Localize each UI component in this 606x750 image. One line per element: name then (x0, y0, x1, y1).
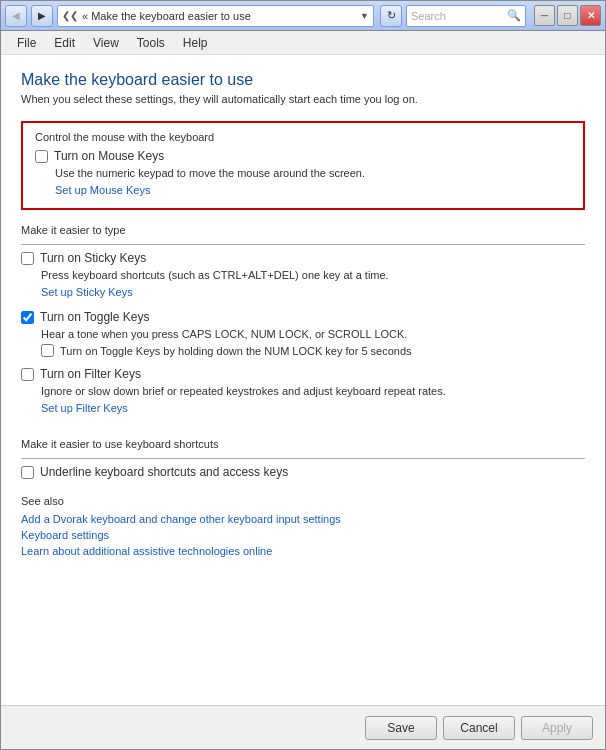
filter-keys-label: Turn on Filter Keys (40, 367, 141, 381)
back-button[interactable]: ◀ (5, 5, 27, 27)
title-bar: ◀ ▶ ❮❮ « Make the keyboard easier to use… (1, 1, 605, 31)
mouse-keys-description: Use the numeric keypad to move the mouse… (55, 167, 571, 179)
typing-section-divider (21, 244, 585, 245)
toggle-keys-description: Hear a tone when you press CAPS LOCK, NU… (41, 328, 585, 340)
mouse-keys-label: Turn on Mouse Keys (54, 149, 164, 163)
shortcuts-checkbox[interactable] (21, 466, 34, 479)
page-subtitle: When you select these settings, they wil… (21, 93, 585, 105)
shortcuts-label: Underline keyboard shortcuts and access … (40, 465, 288, 479)
toggle-keys-label: Turn on Toggle Keys (40, 310, 149, 324)
filter-keys-checkbox[interactable] (21, 368, 34, 381)
sticky-keys-checkbox[interactable] (21, 252, 34, 265)
menu-help[interactable]: Help (175, 33, 216, 53)
mouse-keys-checkbox-row: Turn on Mouse Keys (35, 149, 571, 163)
mouse-keys-box: Control the mouse with the keyboard Turn… (21, 121, 585, 210)
content-area: Make the keyboard easier to use When you… (1, 55, 605, 705)
shortcuts-checkbox-row: Underline keyboard shortcuts and access … (21, 465, 585, 479)
menu-bar: File Edit View Tools Help (1, 31, 605, 55)
sticky-keys-checkbox-row: Turn on Sticky Keys (21, 251, 585, 265)
address-bar: ❮❮ « Make the keyboard easier to use ▼ (57, 5, 374, 27)
toggle-keys-sub-checkbox[interactable] (41, 344, 54, 357)
refresh-button[interactable]: ↻ (380, 5, 402, 27)
mouse-keys-checkbox[interactable] (35, 150, 48, 163)
filter-keys-checkbox-row: Turn on Filter Keys (21, 367, 585, 381)
main-window: ◀ ▶ ❮❮ « Make the keyboard easier to use… (0, 0, 606, 750)
see-also-link-dvorak[interactable]: Add a Dvorak keyboard and change other k… (21, 513, 585, 525)
see-also-title: See also (21, 495, 585, 507)
minimize-button[interactable]: ─ (534, 5, 555, 26)
toggle-keys-sub-label: Turn on Toggle Keys by holding down the … (60, 345, 412, 357)
search-bar: Search 🔍 (406, 5, 526, 27)
search-placeholder: Search (411, 10, 503, 22)
sticky-keys-description: Press keyboard shortcuts (such as CTRL+A… (41, 269, 585, 281)
setup-filter-keys-link[interactable]: Set up Filter Keys (41, 402, 128, 414)
footer: Save Cancel Apply (1, 705, 605, 749)
title-bar-controls: ─ □ ✕ (534, 5, 601, 26)
filter-keys-group: Turn on Filter Keys Ignore or slow down … (21, 367, 585, 416)
title-bar-left: ◀ ▶ ❮❮ « Make the keyboard easier to use… (5, 5, 526, 27)
address-bar-icon: ❮❮ (62, 10, 78, 21)
menu-edit[interactable]: Edit (46, 33, 83, 53)
toggle-keys-checkbox[interactable] (21, 311, 34, 324)
apply-button[interactable]: Apply (521, 716, 593, 740)
toggle-keys-sub-row: Turn on Toggle Keys by holding down the … (41, 344, 585, 357)
save-button[interactable]: Save (365, 716, 437, 740)
sticky-keys-group: Turn on Sticky Keys Press keyboard short… (21, 251, 585, 300)
see-also-section: See also Add a Dvorak keyboard and chang… (21, 495, 585, 561)
see-also-link-keyboard[interactable]: Keyboard settings (21, 529, 585, 541)
close-button[interactable]: ✕ (580, 5, 601, 26)
shortcuts-section-divider (21, 458, 585, 459)
filter-keys-description: Ignore or slow down brief or repeated ke… (41, 385, 585, 397)
search-icon[interactable]: 🔍 (507, 9, 521, 22)
forward-button[interactable]: ▶ (31, 5, 53, 27)
see-also-link-assistive[interactable]: Learn about additional assistive technol… (21, 545, 585, 557)
shortcuts-section: Make it easier to use keyboard shortcuts… (21, 438, 585, 483)
maximize-button[interactable]: □ (557, 5, 578, 26)
shortcuts-section-title: Make it easier to use keyboard shortcuts (21, 438, 585, 450)
toggle-keys-checkbox-row: Turn on Toggle Keys (21, 310, 585, 324)
address-dropdown-icon[interactable]: ▼ (360, 11, 369, 21)
sticky-keys-label: Turn on Sticky Keys (40, 251, 146, 265)
typing-section: Make it easier to type Turn on Sticky Ke… (21, 224, 585, 426)
setup-mouse-keys-link[interactable]: Set up Mouse Keys (55, 184, 150, 196)
toggle-keys-group: Turn on Toggle Keys Hear a tone when you… (21, 310, 585, 357)
address-text: « Make the keyboard easier to use (82, 10, 356, 22)
menu-tools[interactable]: Tools (129, 33, 173, 53)
mouse-keys-box-title: Control the mouse with the keyboard (35, 131, 571, 143)
menu-view[interactable]: View (85, 33, 127, 53)
cancel-button[interactable]: Cancel (443, 716, 515, 740)
typing-section-title: Make it easier to type (21, 224, 585, 236)
page-title: Make the keyboard easier to use (21, 71, 585, 89)
menu-file[interactable]: File (9, 33, 44, 53)
setup-sticky-keys-link[interactable]: Set up Sticky Keys (41, 286, 133, 298)
